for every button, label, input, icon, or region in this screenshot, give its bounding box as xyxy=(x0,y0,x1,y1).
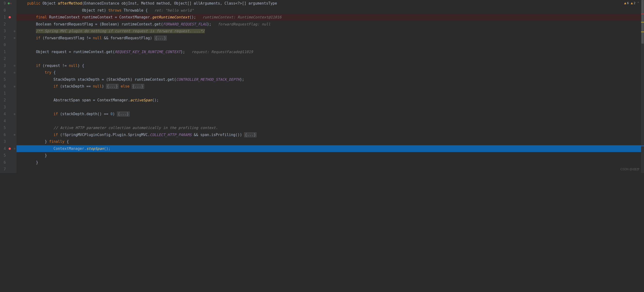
fold-toggle-icon[interactable]: ⊞ xyxy=(12,28,16,35)
weak-warning-icon: ▲ xyxy=(631,1,633,5)
line-number: 3 xyxy=(0,62,6,69)
code-line[interactable]: Object request = runtimeContext.get(REQU… xyxy=(16,48,644,55)
inline-value-hint: forwardRequestFlag: null xyxy=(218,22,270,26)
code-line[interactable]: Boolean forwardRequestFlag = (Boolean) r… xyxy=(16,21,644,28)
scrollbar-track[interactable] xyxy=(641,0,644,173)
code-line[interactable]: // Active HTTP parameter collection auto… xyxy=(16,124,644,131)
line-number: 6 xyxy=(0,159,6,166)
line-number: 3 xyxy=(0,104,6,111)
inspection-indicators: ▲ 6 ▲ 2 ⌃ xyxy=(624,1,639,5)
line-number: 4 xyxy=(0,69,6,76)
inline-value-hint: request: RequestFacade@11019 xyxy=(192,50,253,54)
weak-warning-indicator[interactable]: ▲ 2 xyxy=(631,1,636,5)
fold-toggle-icon[interactable]: ⊞ xyxy=(12,131,16,138)
scrollbar-current-marker[interactable] xyxy=(641,146,644,146)
watermark: CSDN @it噩梦 xyxy=(620,167,640,171)
code-line[interactable]: StackDepth stackDepth = (StackDepth) run… xyxy=(16,76,644,83)
warning-count: 6 xyxy=(627,1,629,5)
line-number: 0 xyxy=(0,7,6,14)
line-number: 9 xyxy=(0,0,6,7)
line-number: 4 xyxy=(0,145,6,152)
fold-toggle-icon[interactable]: ⊞ xyxy=(12,83,16,90)
override-arrow-icon: ↑ xyxy=(10,2,12,5)
code-line[interactable] xyxy=(16,118,644,125)
line-number: 0 xyxy=(0,41,6,48)
run-marker-icon[interactable] xyxy=(8,2,10,4)
line-number: 6 xyxy=(0,83,6,90)
code-line[interactable] xyxy=(16,166,644,173)
fold-toggle-icon[interactable]: ⊟ xyxy=(12,62,16,69)
fold-toggle-icon[interactable]: ⊞ xyxy=(12,35,16,42)
current-execution-line[interactable]: ContextManager.stopSpan(); xyxy=(16,145,644,152)
fold-toggle-icon[interactable]: ⊟ xyxy=(12,145,16,152)
line-numbers-column: 9 0 1 2 3 7 0 1 2 3 4 5 6 1 2 3 4 4 5 6 … xyxy=(0,0,7,173)
line-number: 5 xyxy=(0,76,6,83)
code-line[interactable]: if (request != null) { xyxy=(16,62,644,69)
code-editor[interactable]: 9 0 1 2 3 7 0 1 2 3 4 5 6 1 2 3 4 4 5 6 … xyxy=(0,0,644,173)
line-number: 3 xyxy=(0,28,6,35)
code-line[interactable]: public Object afterMethod(EnhancedInstan… xyxy=(16,0,644,7)
breakpoint-column[interactable]: ↑ xyxy=(7,0,12,173)
folded-block[interactable]: {...} xyxy=(106,84,118,89)
folded-block[interactable]: {...} xyxy=(154,36,167,40)
expand-icon[interactable]: ⌃ xyxy=(638,1,639,4)
folded-block[interactable]: {...} xyxy=(117,112,129,116)
line-number: 3 xyxy=(0,138,6,145)
weak-warning-count: 2 xyxy=(634,1,636,5)
line-number: 6 xyxy=(0,131,6,138)
code-line[interactable]: AbstractSpan span = ContextManager.activ… xyxy=(16,97,644,104)
line-number: 7 xyxy=(0,166,6,173)
line-number: 5 xyxy=(0,152,6,159)
line-number: 2 xyxy=(0,21,6,28)
code-line[interactable]: Object ret) throws Throwable { ret: "hel… xyxy=(16,7,644,14)
code-line[interactable]: final RuntimeContext runtimeContext = Co… xyxy=(16,14,644,21)
scrollbar-warning-marker[interactable] xyxy=(641,22,644,22)
inline-value-hint: ret: "hello world" xyxy=(154,8,194,12)
folded-block[interactable]: {...} xyxy=(244,132,256,137)
fold-column[interactable]: ⊞ ⊞ ⊟ ⊟ ⊞ ⊞ ⊞ ⊟ xyxy=(12,0,16,173)
line-number: 1 xyxy=(0,90,6,97)
code-line[interactable]: } finally { xyxy=(16,138,644,145)
fold-toggle-icon[interactable]: ⊟ xyxy=(12,69,16,76)
warning-icon: ▲ xyxy=(624,1,626,5)
code-line[interactable]: if (forwardRequestFlag != null && forwar… xyxy=(16,35,644,42)
warning-indicator[interactable]: ▲ 6 xyxy=(624,1,629,5)
breakpoint-icon[interactable] xyxy=(8,16,11,19)
line-number: 4 xyxy=(0,118,6,125)
fold-toggle-icon[interactable]: ⊞ xyxy=(12,111,16,118)
inline-value-hint: runtimeContext: RuntimeContext@11016 xyxy=(202,15,282,19)
code-line[interactable] xyxy=(16,41,644,48)
code-line[interactable]: if (stackDepth.depth() == 0) {...} xyxy=(16,111,644,118)
code-line[interactable] xyxy=(16,90,644,97)
code-line[interactable]: if (!SpringMVCPluginConfig.Plugin.Spring… xyxy=(16,131,644,138)
line-number: 1 xyxy=(0,48,6,55)
scrollbar-warning-marker[interactable] xyxy=(641,31,644,32)
code-line[interactable] xyxy=(16,55,644,62)
line-number: 5 xyxy=(0,124,6,131)
folded-doc-comment[interactable]: /** Spring MVC plugin do nothing if curr… xyxy=(36,29,204,33)
code-line[interactable]: } xyxy=(16,159,644,166)
code-line[interactable]: if (stackDepth == null) {...} else {...} xyxy=(16,83,644,90)
code-line[interactable]: } xyxy=(16,152,644,159)
line-number: 7 xyxy=(0,35,6,42)
line-number: 2 xyxy=(0,97,6,104)
breakpoint-icon[interactable] xyxy=(8,147,11,150)
code-line[interactable]: try { xyxy=(16,69,644,76)
scrollbar-error-marker[interactable] xyxy=(641,13,644,14)
line-number: 1 xyxy=(0,14,6,21)
code-content[interactable]: public Object afterMethod(EnhancedInstan… xyxy=(16,0,644,173)
gutter: 9 0 1 2 3 7 0 1 2 3 4 5 6 1 2 3 4 4 5 6 … xyxy=(0,0,16,173)
line-number: 4 xyxy=(0,111,6,118)
code-line[interactable] xyxy=(16,104,644,111)
line-number: 2 xyxy=(0,55,6,62)
folded-block[interactable]: {...} xyxy=(132,84,144,89)
code-line[interactable]: /** Spring MVC plugin do nothing if curr… xyxy=(16,28,644,35)
